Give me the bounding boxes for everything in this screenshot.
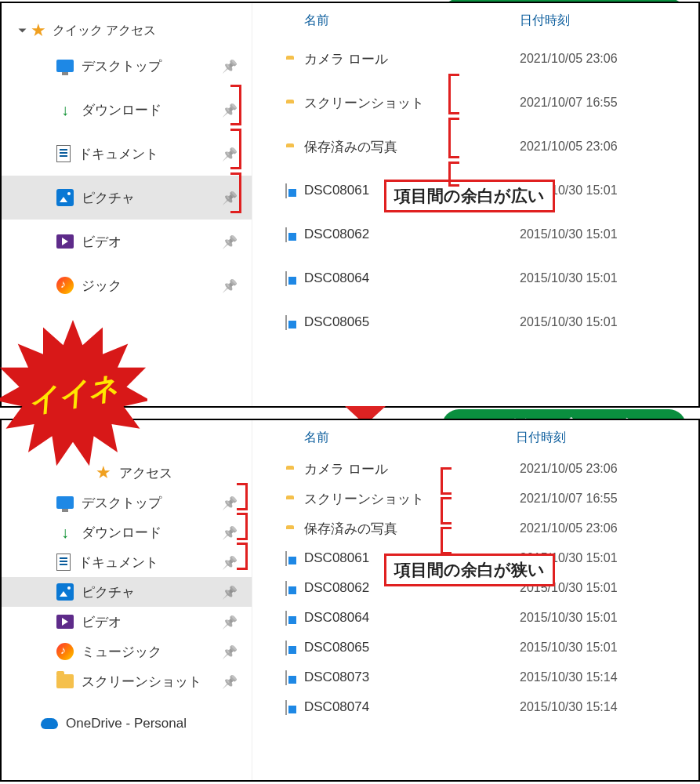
- download-icon: ↓: [56, 101, 74, 118]
- pin-icon: 📌: [222, 555, 238, 570]
- spacing-bracket-icon: [441, 497, 452, 524]
- column-date[interactable]: 日付時刻: [516, 430, 566, 446]
- file-row[interactable]: DSC080622015/10/30 15:01: [268, 212, 698, 256]
- image-file-icon: [285, 227, 287, 242]
- pin-icon: 📌: [222, 674, 238, 689]
- sidebar-item-document[interactable]: ドキュメント📌: [2, 547, 252, 577]
- sidebar-item-video[interactable]: ビデオ📌: [2, 607, 252, 637]
- sidebar-item-label: スクリーンショット: [82, 673, 201, 691]
- pin-icon: 📌: [222, 278, 238, 293]
- sidebar-item-label: ミュージック: [82, 643, 161, 661]
- file-date: 2015/10/30 15:14: [520, 700, 618, 714]
- column-headers: 名前 日付時刻: [268, 9, 698, 37]
- file-row[interactable]: スクリーンショット2021/10/07 16:55: [268, 81, 698, 125]
- spacing-bracket-icon: [230, 172, 241, 213]
- onedrive-label: OneDrive - Personal: [66, 716, 187, 731]
- image-file-icon: [285, 315, 287, 330]
- star-icon: ★: [31, 22, 46, 39]
- quick-access-root[interactable]: ★ クイック アクセス: [2, 17, 252, 44]
- onedrive-icon: [41, 718, 58, 729]
- spacing-bracket-icon: [237, 483, 248, 510]
- image-file-icon: [285, 670, 287, 685]
- spacing-bracket-icon: [230, 129, 241, 169]
- image-file-icon: [285, 271, 287, 286]
- file-name: DSC08065: [296, 314, 520, 330]
- callout-wide-spacing: 項目間の余白が広い: [384, 180, 555, 212]
- file-name: 保存済みの写真: [296, 138, 520, 156]
- quick-access-label: クイック アクセス: [53, 23, 156, 39]
- spacing-bracket-icon: [448, 74, 459, 114]
- file-list: 名前 日付時刻 カメラ ロール2021/10/05 23:06スクリーンショット…: [252, 420, 698, 780]
- file-row[interactable]: 保存済みの写真2021/10/05 23:06: [268, 125, 698, 169]
- sidebar-item-desktop[interactable]: デスクトップ📌: [2, 488, 252, 517]
- sidebar-item-pictures[interactable]: ピクチャ📌: [2, 176, 252, 220]
- image-file-icon: [285, 611, 287, 626]
- file-row[interactable]: DSC080742015/10/30 15:14: [268, 692, 698, 722]
- onedrive-item[interactable]: OneDrive - Personal: [2, 707, 252, 740]
- file-row[interactable]: カメラ ロール2021/10/05 23:06: [268, 37, 698, 81]
- sidebar-item-label: ジック: [82, 277, 122, 295]
- sidebar-item-download[interactable]: ↓ダウンロード📌: [2, 517, 252, 547]
- pictures-icon: [56, 189, 74, 206]
- sidebar-item-label: デスクトップ: [82, 494, 161, 512]
- image-file-icon: [285, 551, 287, 566]
- file-row[interactable]: DSC080642015/10/30 15:01: [268, 603, 698, 633]
- file-date: 2015/10/30 15:01: [520, 227, 618, 241]
- sidebar-item-label: ビデオ: [82, 613, 122, 631]
- file-row[interactable]: DSC080642015/10/30 15:01: [268, 256, 698, 300]
- file-date: 2015/10/30 15:01: [520, 641, 618, 655]
- spacing-bracket-icon: [448, 118, 459, 158]
- sidebar-item-pictures[interactable]: ピクチャ📌: [2, 577, 252, 607]
- sidebar-item-video[interactable]: ビデオ📌: [2, 220, 252, 263]
- file-name: DSC08062: [296, 227, 520, 242]
- column-headers: 名前 日付時刻: [268, 426, 698, 454]
- column-name[interactable]: 名前: [304, 13, 520, 29]
- pin-icon: 📌: [222, 525, 238, 540]
- file-name: カメラ ロール: [296, 50, 520, 68]
- column-name[interactable]: 名前: [304, 430, 516, 446]
- sidebar-item-music[interactable]: ミュージック📌: [2, 637, 252, 666]
- spacing-bracket-icon: [237, 513, 248, 540]
- sidebar-item-document[interactable]: ドキュメント📌: [2, 132, 252, 176]
- video-icon: [56, 615, 74, 629]
- sidebar-item-music[interactable]: ジック📌: [2, 263, 252, 307]
- spacing-bracket-icon: [237, 543, 248, 570]
- image-file-icon: [285, 641, 287, 655]
- pin-icon: 📌: [222, 495, 238, 510]
- file-name: スクリーンショット: [296, 94, 520, 112]
- file-name: DSC08073: [296, 670, 520, 685]
- sidebar-item-label: ドキュメント: [78, 554, 158, 572]
- sidebar-item-download[interactable]: ↓ダウンロード📌: [2, 88, 252, 132]
- folder-icon: [56, 674, 74, 688]
- file-row[interactable]: DSC080732015/10/30 15:14: [268, 662, 698, 692]
- file-name: DSC08064: [296, 610, 520, 626]
- spacing-bracket-icon: [441, 467, 452, 495]
- video-icon: [56, 234, 74, 249]
- file-row[interactable]: 保存済みの写真2021/10/05 23:06: [268, 514, 698, 543]
- document-icon: [56, 554, 71, 571]
- file-name: スクリーンショット: [296, 490, 520, 508]
- chevron-down-icon: [19, 29, 27, 33]
- desktop-icon: [56, 60, 74, 72]
- file-name: 保存済みの写真: [296, 520, 520, 538]
- pin-icon: 📌: [222, 234, 238, 249]
- file-row[interactable]: DSC080652015/10/30 15:01: [268, 300, 698, 344]
- sidebar-item-label: デスクトップ: [82, 57, 161, 75]
- download-icon: ↓: [56, 524, 74, 541]
- column-date[interactable]: 日付時刻: [520, 13, 570, 29]
- sidebar-item-label: ドキュメント: [78, 145, 158, 163]
- file-date: 2021/10/05 23:06: [520, 462, 618, 476]
- pin-icon: 📌: [222, 644, 238, 659]
- file-date: 2021/10/05 23:06: [520, 140, 618, 154]
- file-name: DSC08074: [296, 699, 520, 715]
- sidebar-item-folder[interactable]: スクリーンショット📌: [2, 666, 252, 696]
- file-date: 2021/10/05 23:06: [520, 52, 618, 66]
- like-burst-badge: イイネ: [0, 320, 147, 469]
- sidebar-item-desktop[interactable]: デスクトップ📌: [2, 44, 252, 88]
- file-row[interactable]: カメラ ロール2021/10/05 23:06: [268, 454, 698, 484]
- file-row[interactable]: スクリーンショット2021/10/07 16:55: [268, 484, 698, 514]
- document-icon: [56, 145, 71, 162]
- file-row[interactable]: DSC080652015/10/30 15:01: [268, 633, 698, 662]
- image-file-icon: [285, 700, 287, 715]
- file-date: 2015/10/30 15:01: [520, 315, 618, 329]
